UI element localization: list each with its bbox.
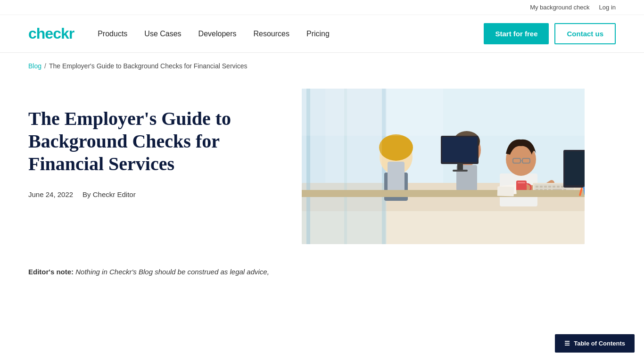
article-author: By Checkr Editor (83, 190, 136, 198)
nav-link-developers[interactable]: Developers (198, 30, 237, 38)
svg-rect-46 (497, 186, 514, 196)
my-background-check-link[interactable]: My background check (530, 4, 589, 11)
breadcrumb-current-page: The Employer's Guide to Background Check… (49, 62, 248, 70)
nav-item-products: Products (98, 30, 127, 38)
editor-note-section: Editor's note: Nothing in Checkr's Blog … (0, 263, 644, 285)
toc-icon: ☰ (564, 340, 570, 347)
svg-rect-26 (536, 186, 538, 188)
svg-rect-50 (325, 89, 382, 183)
breadcrumb: Blog / The Employer's Guide to Backgroun… (0, 53, 644, 79)
author-prefix: By (83, 190, 91, 198)
nav-link-products[interactable]: Products (98, 30, 127, 38)
log-in-link[interactable]: Log in (599, 4, 616, 11)
start-for-free-button[interactable]: Start for free (484, 23, 549, 44)
article-hero-image (302, 89, 585, 244)
nav-link-use-cases[interactable]: Use Cases (144, 30, 181, 38)
main-nav: Products Use Cases Developers Resources … (98, 30, 330, 38)
nav-item-use-cases: Use Cases (144, 30, 181, 38)
breadcrumb-separator: / (44, 62, 46, 70)
article-left-panel: The Employer's Guide to Background Check… (28, 89, 273, 198)
nav-list: Products Use Cases Developers Resources … (98, 30, 330, 38)
toc-label: Table of Contents (574, 340, 625, 347)
top-bar: My background check Log in (0, 0, 644, 15)
breadcrumb-blog-link[interactable]: Blog (28, 62, 41, 70)
nav-link-resources[interactable]: Resources (254, 30, 289, 38)
nav-item-pricing: Pricing (306, 30, 330, 38)
author-name: Checkr Editor (93, 190, 136, 198)
main-content: The Employer's Guide to Background Check… (0, 79, 644, 263)
svg-rect-11 (388, 162, 405, 195)
svg-rect-31 (557, 186, 560, 188)
editor-note-label: Editor's note: (28, 268, 74, 276)
svg-rect-28 (544, 186, 547, 188)
toc-button[interactable]: ☰ Table of Contents (555, 334, 635, 353)
editor-note-paragraph: Editor's note: Nothing in Checkr's Blog … (28, 268, 616, 276)
logo[interactable]: checkr (28, 25, 74, 42)
svg-rect-27 (540, 186, 543, 188)
svg-rect-16 (442, 137, 477, 162)
svg-rect-43 (518, 182, 525, 183)
svg-rect-44 (302, 190, 585, 197)
hero-image-placeholder (302, 89, 585, 244)
svg-rect-18 (453, 170, 468, 172)
svg-rect-29 (548, 186, 551, 188)
header-left: checkr Products Use Cases Developers Res… (28, 25, 330, 42)
header: checkr Products Use Cases Developers Res… (0, 15, 644, 53)
header-cta-group: Start for free Contact us (484, 23, 616, 44)
office-illustration (302, 89, 585, 244)
nav-item-resources: Resources (254, 30, 289, 38)
nav-link-pricing[interactable]: Pricing (306, 30, 330, 38)
contact-us-button[interactable]: Contact us (554, 23, 616, 44)
svg-rect-30 (553, 186, 555, 188)
article-meta: June 24, 2022 By Checkr Editor (28, 190, 273, 198)
svg-rect-41 (565, 151, 585, 185)
svg-point-9 (379, 134, 413, 161)
article-date: June 24, 2022 (28, 190, 73, 198)
editor-note-text: Nothing in Checkr's Blog should be const… (75, 268, 269, 276)
article-title: The Employer's Guide to Background Check… (28, 107, 273, 175)
nav-item-developers: Developers (198, 30, 237, 38)
svg-rect-17 (457, 163, 463, 170)
